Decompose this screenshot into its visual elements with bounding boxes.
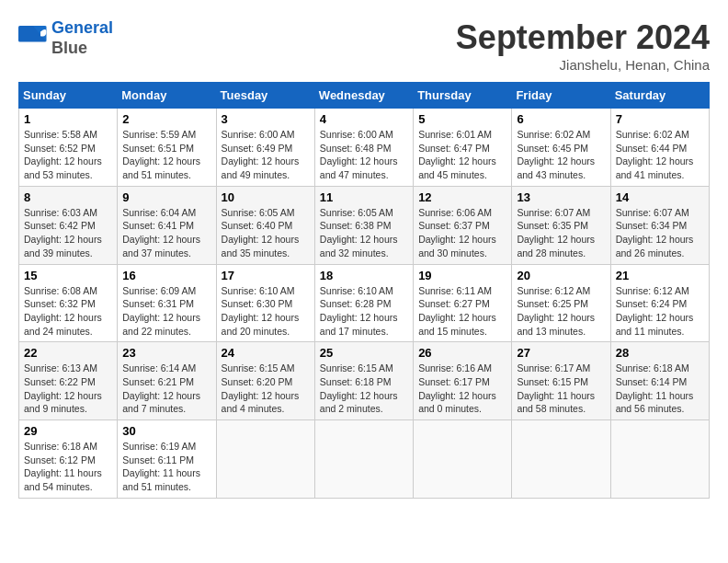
location: Jianshelu, Henan, China xyxy=(456,57,710,73)
calendar-week-row: 8 Sunrise: 6:03 AM Sunset: 6:42 PM Dayli… xyxy=(19,186,710,264)
day-number: 28 xyxy=(616,346,704,360)
day-info: Sunrise: 6:12 AM Sunset: 6:24 PM Dayligh… xyxy=(616,284,704,339)
day-number: 10 xyxy=(222,190,310,204)
day-info: Sunrise: 6:14 AM Sunset: 6:21 PM Dayligh… xyxy=(122,362,210,416)
day-info: Sunrise: 6:15 AM Sunset: 6:18 PM Dayligh… xyxy=(320,362,408,416)
day-number: 15 xyxy=(24,269,112,282)
day-number: 9 xyxy=(122,190,210,204)
calendar-cell: 7 Sunrise: 6:02 AM Sunset: 6:44 PM Dayli… xyxy=(610,109,709,187)
calendar-cell xyxy=(512,420,610,499)
calendar-cell: 2 Sunrise: 5:59 AM Sunset: 6:51 PM Dayli… xyxy=(118,109,216,187)
day-number: 6 xyxy=(517,112,605,126)
day-number: 13 xyxy=(517,190,605,204)
day-number: 5 xyxy=(418,112,506,126)
day-number: 21 xyxy=(616,269,704,282)
calendar-cell xyxy=(414,420,512,499)
day-info: Sunrise: 6:05 AM Sunset: 6:38 PM Dayligh… xyxy=(320,206,408,260)
day-number: 2 xyxy=(122,112,210,126)
day-number: 26 xyxy=(418,346,506,360)
day-header-sunday: Sunday xyxy=(19,83,118,109)
calendar-cell: 9 Sunrise: 6:04 AM Sunset: 6:41 PM Dayli… xyxy=(118,186,216,264)
day-number: 3 xyxy=(222,112,310,126)
day-info: Sunrise: 6:04 AM Sunset: 6:41 PM Dayligh… xyxy=(122,206,210,260)
calendar-cell: 12 Sunrise: 6:06 AM Sunset: 6:37 PM Dayl… xyxy=(414,186,512,264)
day-number: 27 xyxy=(517,346,605,360)
day-number: 30 xyxy=(122,424,210,438)
day-info: Sunrise: 6:07 AM Sunset: 6:34 PM Dayligh… xyxy=(616,206,704,260)
logo: General Blue xyxy=(18,18,113,58)
calendar-cell: 13 Sunrise: 6:07 AM Sunset: 6:35 PM Dayl… xyxy=(512,186,610,264)
calendar-cell: 14 Sunrise: 6:07 AM Sunset: 6:34 PM Dayl… xyxy=(610,186,709,264)
day-info: Sunrise: 6:12 AM Sunset: 6:25 PM Dayligh… xyxy=(517,284,605,339)
calendar-cell xyxy=(314,420,413,499)
logo-text: General Blue xyxy=(51,18,113,58)
day-header-friday: Friday xyxy=(512,83,610,109)
calendar-cell xyxy=(216,420,314,499)
calendar-week-row: 29 Sunrise: 6:18 AM Sunset: 6:12 PM Dayl… xyxy=(19,420,710,499)
day-info: Sunrise: 6:17 AM Sunset: 6:15 PM Dayligh… xyxy=(517,362,605,416)
day-number: 16 xyxy=(122,269,210,282)
day-header-tuesday: Tuesday xyxy=(216,83,314,109)
day-info: Sunrise: 6:15 AM Sunset: 6:20 PM Dayligh… xyxy=(222,362,310,416)
calendar-table: SundayMondayTuesdayWednesdayThursdayFrid… xyxy=(18,82,710,499)
day-info: Sunrise: 6:10 AM Sunset: 6:28 PM Dayligh… xyxy=(320,284,408,339)
day-number: 29 xyxy=(24,424,112,438)
calendar-cell: 20 Sunrise: 6:12 AM Sunset: 6:25 PM Dayl… xyxy=(512,264,610,342)
day-info: Sunrise: 6:07 AM Sunset: 6:35 PM Dayligh… xyxy=(517,206,605,260)
calendar-cell: 25 Sunrise: 6:15 AM Sunset: 6:18 PM Dayl… xyxy=(314,342,413,420)
month-title: September 2024 xyxy=(456,18,710,57)
calendar-cell: 6 Sunrise: 6:02 AM Sunset: 6:45 PM Dayli… xyxy=(512,109,610,187)
calendar-week-row: 1 Sunrise: 5:58 AM Sunset: 6:52 PM Dayli… xyxy=(19,109,710,187)
day-info: Sunrise: 6:00 AM Sunset: 6:48 PM Dayligh… xyxy=(320,128,408,182)
day-info: Sunrise: 6:03 AM Sunset: 6:42 PM Dayligh… xyxy=(24,206,112,260)
day-number: 17 xyxy=(222,269,310,282)
calendar-cell: 28 Sunrise: 6:18 AM Sunset: 6:14 PM Dayl… xyxy=(610,342,709,420)
day-number: 24 xyxy=(222,346,310,360)
day-info: Sunrise: 6:08 AM Sunset: 6:32 PM Dayligh… xyxy=(24,284,112,339)
title-area: September 2024 Jianshelu, Henan, China xyxy=(456,18,710,73)
day-info: Sunrise: 6:11 AM Sunset: 6:27 PM Dayligh… xyxy=(418,284,506,339)
day-number: 7 xyxy=(616,112,704,126)
calendar-cell: 10 Sunrise: 6:05 AM Sunset: 6:40 PM Dayl… xyxy=(216,186,314,264)
calendar-cell: 3 Sunrise: 6:00 AM Sunset: 6:49 PM Dayli… xyxy=(216,109,314,187)
day-number: 20 xyxy=(517,269,605,282)
calendar-cell: 8 Sunrise: 6:03 AM Sunset: 6:42 PM Dayli… xyxy=(19,186,118,264)
day-info: Sunrise: 6:13 AM Sunset: 6:22 PM Dayligh… xyxy=(24,362,112,416)
day-number: 8 xyxy=(24,190,112,204)
logo-icon xyxy=(18,26,48,52)
calendar-cell: 5 Sunrise: 6:01 AM Sunset: 6:47 PM Dayli… xyxy=(414,109,512,187)
day-info: Sunrise: 6:02 AM Sunset: 6:44 PM Dayligh… xyxy=(616,128,704,182)
day-number: 25 xyxy=(320,346,408,360)
calendar-cell: 15 Sunrise: 6:08 AM Sunset: 6:32 PM Dayl… xyxy=(19,264,118,342)
day-number: 1 xyxy=(24,112,112,126)
day-info: Sunrise: 6:16 AM Sunset: 6:17 PM Dayligh… xyxy=(418,362,506,416)
day-number: 14 xyxy=(616,190,704,204)
calendar-cell: 29 Sunrise: 6:18 AM Sunset: 6:12 PM Dayl… xyxy=(19,420,118,499)
day-info: Sunrise: 6:10 AM Sunset: 6:30 PM Dayligh… xyxy=(222,284,310,339)
day-info: Sunrise: 6:02 AM Sunset: 6:45 PM Dayligh… xyxy=(517,128,605,182)
day-info: Sunrise: 6:00 AM Sunset: 6:49 PM Dayligh… xyxy=(222,128,310,182)
calendar-cell xyxy=(610,420,709,499)
calendar-cell: 23 Sunrise: 6:14 AM Sunset: 6:21 PM Dayl… xyxy=(118,342,216,420)
day-header-thursday: Thursday xyxy=(414,83,512,109)
calendar-cell: 26 Sunrise: 6:16 AM Sunset: 6:17 PM Dayl… xyxy=(414,342,512,420)
calendar-cell: 21 Sunrise: 6:12 AM Sunset: 6:24 PM Dayl… xyxy=(610,264,709,342)
day-number: 11 xyxy=(320,190,408,204)
day-number: 12 xyxy=(418,190,506,204)
calendar-cell: 4 Sunrise: 6:00 AM Sunset: 6:48 PM Dayli… xyxy=(314,109,413,187)
calendar-cell: 24 Sunrise: 6:15 AM Sunset: 6:20 PM Dayl… xyxy=(216,342,314,420)
day-info: Sunrise: 6:05 AM Sunset: 6:40 PM Dayligh… xyxy=(222,206,310,260)
day-number: 19 xyxy=(418,269,506,282)
day-info: Sunrise: 6:09 AM Sunset: 6:31 PM Dayligh… xyxy=(122,284,210,339)
day-number: 23 xyxy=(122,346,210,360)
calendar-week-row: 22 Sunrise: 6:13 AM Sunset: 6:22 PM Dayl… xyxy=(19,342,710,420)
day-info: Sunrise: 6:01 AM Sunset: 6:47 PM Dayligh… xyxy=(418,128,506,182)
calendar-cell: 11 Sunrise: 6:05 AM Sunset: 6:38 PM Dayl… xyxy=(314,186,413,264)
calendar-cell: 22 Sunrise: 6:13 AM Sunset: 6:22 PM Dayl… xyxy=(19,342,118,420)
day-header-wednesday: Wednesday xyxy=(314,83,413,109)
calendar-cell: 1 Sunrise: 5:58 AM Sunset: 6:52 PM Dayli… xyxy=(19,109,118,187)
day-info: Sunrise: 5:58 AM Sunset: 6:52 PM Dayligh… xyxy=(24,128,112,182)
calendar-week-row: 15 Sunrise: 6:08 AM Sunset: 6:32 PM Dayl… xyxy=(19,264,710,342)
calendar-cell: 30 Sunrise: 6:19 AM Sunset: 6:11 PM Dayl… xyxy=(118,420,216,499)
day-info: Sunrise: 6:18 AM Sunset: 6:14 PM Dayligh… xyxy=(616,362,704,416)
